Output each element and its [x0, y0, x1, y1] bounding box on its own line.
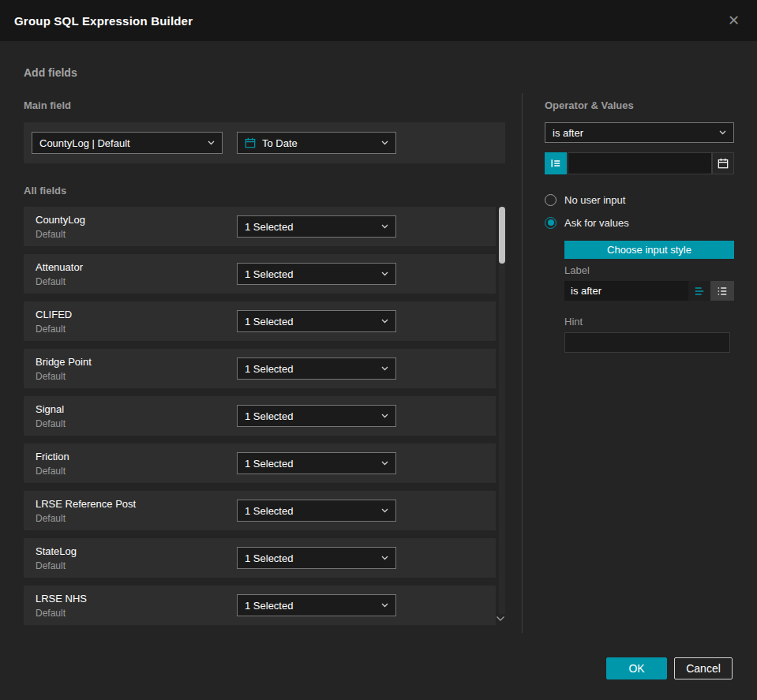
field-selection-dropdown[interactable]: 1 Selected [237, 500, 396, 522]
value-input[interactable] [568, 152, 712, 174]
radio-unchecked-icon [545, 194, 557, 206]
operator-values-heading: Operator & Values [545, 99, 634, 111]
field-selection-value: 1 Selected [245, 600, 293, 612]
radio-checked-icon [545, 217, 557, 229]
value-input-row [545, 152, 734, 174]
field-sub-label: Default [36, 324, 66, 335]
field-selection-value: 1 Selected [245, 410, 293, 422]
field-row: CLIFED Default 1 Selected [24, 301, 496, 341]
field-selection-dropdown[interactable]: 1 Selected [237, 357, 396, 380]
scrollbar-track[interactable] [499, 207, 505, 614]
field-sub-label: Default [36, 608, 66, 619]
main-field-row: CountyLog | Default To Date [24, 122, 505, 163]
chevron-down-icon [381, 271, 388, 276]
operator-select-value: is after [553, 127, 583, 139]
chevron-down-icon [208, 140, 215, 145]
field-row: Friction Default 1 Selected [24, 444, 496, 483]
vertical-divider [522, 93, 523, 633]
chevron-down-icon [381, 319, 388, 324]
chevron-down-icon [381, 140, 388, 145]
align-left-icon [694, 286, 705, 297]
hint-field-label: Hint [564, 316, 583, 328]
field-sub-label: Default [36, 276, 66, 287]
field-name: Friction [36, 451, 69, 462]
hint-input[interactable] [564, 332, 730, 353]
chevron-down-icon [381, 508, 388, 513]
field-row: StateLog Default 1 Selected [24, 538, 496, 578]
field-selection-value: 1 Selected [245, 505, 293, 517]
align-left-style-button[interactable] [688, 281, 710, 301]
field-row: Bridge Point Default 1 Selected [24, 349, 496, 388]
field-name: StateLog [36, 545, 77, 557]
field-row: Attenuator Default 1 Selected [24, 254, 496, 294]
all-fields-label: All fields [24, 185, 66, 197]
field-selection-value: 1 Selected [245, 552, 293, 564]
chevron-down-icon [381, 414, 388, 418]
operator-select[interactable]: is after [545, 122, 734, 143]
field-name: Bridge Point [36, 356, 92, 368]
field-sub-label: Default [36, 418, 66, 429]
chevron-down-icon [381, 556, 388, 560]
main-field-label: Main field [24, 99, 71, 111]
ask-for-values-label: Ask for values [564, 217, 629, 229]
chevron-down-icon [381, 366, 388, 371]
field-row: CountyLog Default 1 Selected [24, 207, 496, 246]
field-name: Signal [36, 403, 64, 415]
field-name: LRSE NHS [36, 593, 87, 605]
no-user-input-label: No user input [564, 194, 625, 206]
field-selection-value: 1 Selected [245, 221, 293, 233]
field-name: LRSE Reference Post [36, 498, 136, 510]
scrollbar-thumb[interactable] [499, 207, 505, 264]
field-selection-dropdown[interactable]: 1 Selected [237, 263, 396, 285]
operator-values-panel: Operator & Values is after No user input… [545, 0, 734, 700]
field-selection-value: 1 Selected [245, 268, 293, 280]
calendar-picker-button[interactable] [712, 152, 734, 174]
field-row: LRSE Reference Post Default 1 Selected [24, 491, 496, 530]
list-icon [717, 286, 728, 297]
field-sub-label: Default [36, 466, 66, 477]
field-selection-value: 1 Selected [245, 458, 293, 470]
field-selection-value: 1 Selected [245, 363, 293, 375]
field-selection-value: 1 Selected [245, 316, 293, 328]
add-fields-heading: Add fields [24, 66, 77, 79]
main-field-select[interactable]: CountyLog | Default [32, 132, 223, 154]
field-selection-dropdown[interactable]: 1 Selected [237, 405, 396, 427]
ok-button[interactable]: OK [606, 657, 667, 679]
main-field-date-select[interactable]: To Date [237, 132, 396, 154]
field-row: Signal Default 1 Selected [24, 396, 496, 436]
ask-for-values-radio[interactable]: Ask for values [545, 216, 629, 229]
field-selection-dropdown[interactable]: 1 Selected [237, 452, 396, 474]
field-selection-dropdown[interactable]: 1 Selected [237, 594, 396, 616]
cancel-button[interactable]: Cancel [674, 657, 733, 679]
field-list-icon [550, 158, 561, 169]
field-row: LRSE NHS Default 1 Selected [24, 586, 496, 625]
field-sub-label: Default [36, 229, 66, 240]
chevron-down-icon [381, 461, 388, 466]
chevron-down-icon [381, 224, 388, 229]
field-name: Attenuator [36, 261, 83, 273]
set-from-field-button[interactable] [545, 152, 567, 174]
field-selection-dropdown[interactable]: 1 Selected [237, 310, 396, 332]
list-style-button[interactable] [710, 281, 734, 301]
field-sub-label: Default [36, 371, 66, 382]
field-sub-label: Default [36, 513, 66, 524]
all-fields-list: CountyLog Default 1 Selected Attenuator … [24, 207, 496, 633]
calendar-icon [718, 158, 729, 169]
chevron-down-icon [719, 130, 726, 135]
scroll-down-icon[interactable] [496, 616, 505, 622]
no-user-input-radio[interactable]: No user input [545, 193, 625, 206]
label-field-label: Label [564, 264, 590, 276]
main-field-date-value: To Date [262, 137, 298, 149]
chevron-down-icon [381, 603, 388, 608]
choose-input-style-button[interactable]: Choose input style [564, 241, 734, 259]
field-sub-label: Default [36, 560, 66, 571]
dialog-title: Group SQL Expression Builder [14, 14, 193, 28]
calendar-icon [245, 137, 256, 148]
field-name: CLIFED [36, 309, 72, 320]
field-selection-dropdown[interactable]: 1 Selected [237, 547, 396, 569]
field-name: CountyLog [36, 214, 85, 226]
field-selection-dropdown[interactable]: 1 Selected [237, 215, 396, 238]
label-input[interactable] [564, 281, 688, 301]
main-field-select-value: CountyLog | Default [39, 137, 130, 149]
